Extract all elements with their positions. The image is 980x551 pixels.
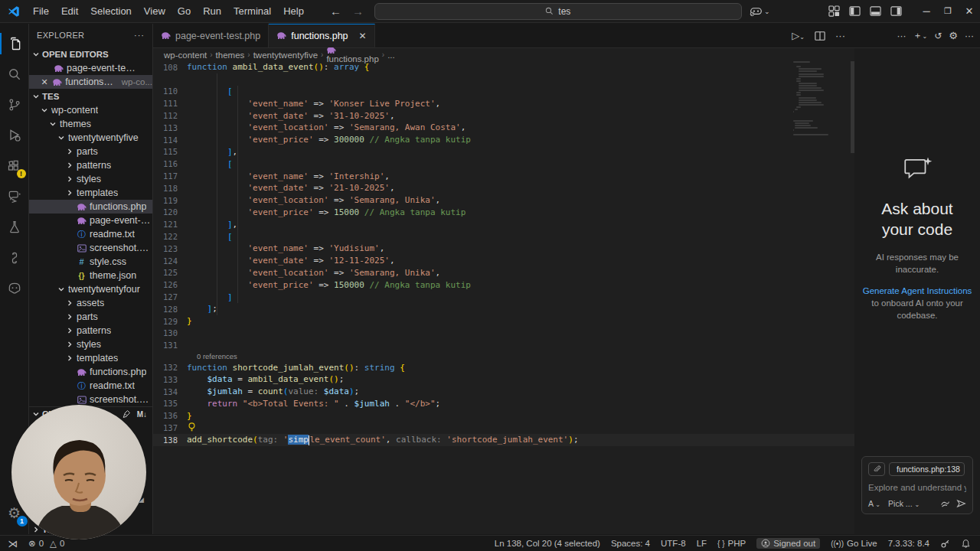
python-icon[interactable] bbox=[0, 243, 29, 273]
codelens-references[interactable]: 0 references bbox=[153, 351, 854, 361]
send-icon[interactable] bbox=[956, 499, 966, 508]
tab-page-event-test.php[interactable]: page-event-test.php bbox=[153, 24, 269, 47]
tree-item-twentytwentyfour[interactable]: twentytwentyfour bbox=[29, 282, 152, 296]
code-line-120[interactable]: 120 'event_price' => 15000 // Angka tanp… bbox=[153, 207, 854, 219]
tree-item-templates[interactable]: templates bbox=[29, 186, 152, 200]
menu-file[interactable]: File bbox=[27, 0, 55, 23]
status-cursor-position[interactable]: Ln 138, Col 20 (4 selected) bbox=[495, 539, 600, 548]
customize-layout-icon[interactable] bbox=[828, 5, 840, 17]
tree-item-wp-content[interactable]: wp-content bbox=[29, 103, 152, 117]
restore-button[interactable]: ❐ bbox=[937, 0, 959, 23]
code-line-124[interactable]: 124 'event_date' => '12-11-2025', bbox=[153, 255, 854, 267]
tree-item-parts[interactable]: parts bbox=[29, 310, 152, 324]
status-go-live[interactable]: ((•)) Go Live bbox=[831, 539, 877, 548]
code-line-129[interactable]: 129} bbox=[153, 315, 854, 328]
breadcrumb-item[interactable]: themes bbox=[216, 51, 245, 60]
chat-input-box[interactable]: functions.php:138 Explore and understand… bbox=[861, 456, 973, 514]
code-line-119[interactable]: 119 'event_location' => 'Semarang, Unika… bbox=[153, 194, 854, 207]
chat-history-icon[interactable]: ↺ bbox=[934, 31, 942, 41]
menu-edit[interactable]: Edit bbox=[55, 0, 84, 23]
open-editors-header[interactable]: OPEN EDITORS bbox=[29, 47, 152, 61]
status-signed-out[interactable]: Signed out bbox=[756, 538, 820, 549]
code-line-116[interactable]: 116 [ bbox=[153, 158, 854, 170]
broom-icon[interactable] bbox=[122, 409, 131, 419]
close-icon[interactable]: ✕ bbox=[40, 77, 49, 87]
explorer-more-icon[interactable]: ··· bbox=[134, 31, 145, 40]
command-center-search[interactable]: tes bbox=[374, 3, 742, 20]
status-eol[interactable]: LF bbox=[697, 539, 707, 548]
breadcrumb-item[interactable]: wp-content bbox=[164, 51, 207, 60]
code-line-125[interactable]: 125 'event_location' => 'Semarang, Unika… bbox=[153, 267, 854, 279]
generate-agent-instructions-link[interactable]: Generate Agent Instructions bbox=[863, 286, 972, 295]
tree-item-parts[interactable]: parts bbox=[29, 145, 152, 158]
m-down-icon[interactable]: M↓ bbox=[137, 410, 147, 419]
code-line-134[interactable]: 134 $jumlah = count(value: $data); bbox=[153, 386, 854, 398]
new-chat-icon[interactable]: ＋⌄ bbox=[913, 29, 928, 42]
voice-icon[interactable] bbox=[940, 499, 950, 508]
tree-item-style.css[interactable]: #style.css bbox=[29, 255, 152, 269]
code-line-118[interactable]: 118 'event_date' => '21-10-2025', bbox=[153, 182, 854, 194]
code-line-121[interactable]: 121 ], bbox=[153, 218, 854, 230]
code-line-133[interactable]: 133 $data = ambil_data_event(); bbox=[153, 373, 854, 386]
code-editor[interactable]: 108function ambil_data_event(): array {1… bbox=[153, 61, 854, 534]
breadcrumb-item[interactable]: twentytwentyfive bbox=[253, 51, 318, 60]
code-line-113[interactable]: 113 'event_location' => 'Semarang, Awan … bbox=[153, 122, 854, 134]
chat-model-picker[interactable]: Pick ... ⌄ bbox=[888, 499, 920, 508]
code-line-122[interactable]: 122 [ bbox=[153, 230, 854, 243]
code-line-130[interactable]: 130 bbox=[153, 328, 854, 340]
code-line-114[interactable]: 114 'event_price' => 300000 // Angka tan… bbox=[153, 134, 854, 146]
code-line-112[interactable]: 112 'event_date' => '31-10-2025', bbox=[153, 109, 854, 122]
split-editor-icon[interactable] bbox=[815, 31, 825, 41]
toggle-sidebar-icon[interactable] bbox=[849, 5, 861, 17]
toggle-panel-icon[interactable] bbox=[870, 5, 881, 17]
tree-item-themes[interactable]: themes bbox=[29, 117, 152, 131]
close-tab-icon[interactable]: ✕ bbox=[359, 31, 367, 41]
status-key-icon[interactable] bbox=[940, 539, 950, 549]
tree-item-styles[interactable]: styles bbox=[29, 337, 152, 351]
menu-go[interactable]: Go bbox=[172, 0, 197, 23]
chat-input-placeholder[interactable]: Explore and understand y bbox=[868, 483, 966, 492]
webcam-overlay[interactable] bbox=[11, 405, 146, 540]
tree-item-functions.php[interactable]: functions.php bbox=[29, 365, 152, 379]
webcam-resize-handle[interactable]: ◢ bbox=[139, 496, 144, 504]
code-line-135[interactable]: 135 return "<b>Total Events: " . $jumlah… bbox=[153, 398, 854, 410]
tree-item-assets[interactable]: assets bbox=[29, 296, 152, 310]
nav-forward-icon[interactable]: → bbox=[352, 5, 364, 18]
status-language-mode[interactable]: { } PHP bbox=[717, 539, 746, 548]
code-line-126[interactable]: 126 'event_price' => 150000 // Angka tan… bbox=[153, 279, 854, 291]
chat-more-icon[interactable]: ··· bbox=[897, 31, 906, 41]
tree-item-theme.json[interactable]: {}theme.json bbox=[29, 269, 152, 282]
tree-item-page-event-test.php[interactable]: page-event-test.php bbox=[29, 214, 152, 227]
code-line-108[interactable]: 108function ambil_data_event(): array { bbox=[153, 61, 854, 73]
more-actions-icon[interactable]: ··· bbox=[835, 30, 845, 41]
minimize-button[interactable]: ─ bbox=[916, 0, 937, 23]
code-line-117[interactable]: 117 'event_name' => 'Intership', bbox=[153, 170, 854, 182]
problems-indicator[interactable]: ⊗0 △0 bbox=[28, 538, 64, 549]
code-line-111[interactable]: 111 'event_name' => 'Konser Live Project… bbox=[153, 97, 854, 109]
lightbulb-icon[interactable] bbox=[188, 425, 195, 433]
source-control-icon[interactable] bbox=[0, 90, 29, 120]
menu-run[interactable]: Run bbox=[197, 0, 227, 23]
explorer-icon[interactable] bbox=[0, 28, 29, 59]
chat-mode-picker[interactable]: A ⌄ bbox=[868, 499, 880, 508]
testing-icon[interactable] bbox=[0, 212, 29, 243]
minimap[interactable] bbox=[793, 61, 850, 184]
toggle-secondary-sidebar-icon[interactable] bbox=[890, 5, 902, 17]
status-php-version[interactable]: 7.3.33: 8.4 bbox=[888, 539, 929, 548]
menu-terminal[interactable]: Terminal bbox=[227, 0, 277, 23]
notifications-bell-icon[interactable] bbox=[961, 539, 971, 549]
extensions-icon[interactable]: ! bbox=[0, 151, 29, 181]
code-line-127[interactable]: 127 ] bbox=[153, 291, 854, 303]
open-editor-page-event-test.php[interactable]: page-event-test.php bbox=[29, 61, 152, 75]
breadcrumb-item[interactable]: ... bbox=[387, 51, 395, 60]
copilot-menu[interactable]: ⌄ bbox=[750, 6, 770, 17]
remote-indicator[interactable]: ⋊ bbox=[8, 538, 18, 549]
tree-item-screenshot.png[interactable]: screenshot.png bbox=[29, 241, 152, 255]
status-indentation[interactable]: Spaces: 4 bbox=[611, 539, 650, 548]
code-line-110[interactable]: 110 [ bbox=[153, 86, 854, 98]
code-line-132[interactable]: 132function shortcode_jumlah_event(): st… bbox=[153, 361, 854, 373]
tree-item-twentytwentyfive[interactable]: twentytwentyfive bbox=[29, 131, 152, 145]
code-line-136[interactable]: 136} bbox=[153, 409, 854, 422]
tree-item-functions.php[interactable]: functions.php bbox=[29, 200, 152, 214]
code-line-128[interactable]: 128 ]; bbox=[153, 303, 854, 315]
